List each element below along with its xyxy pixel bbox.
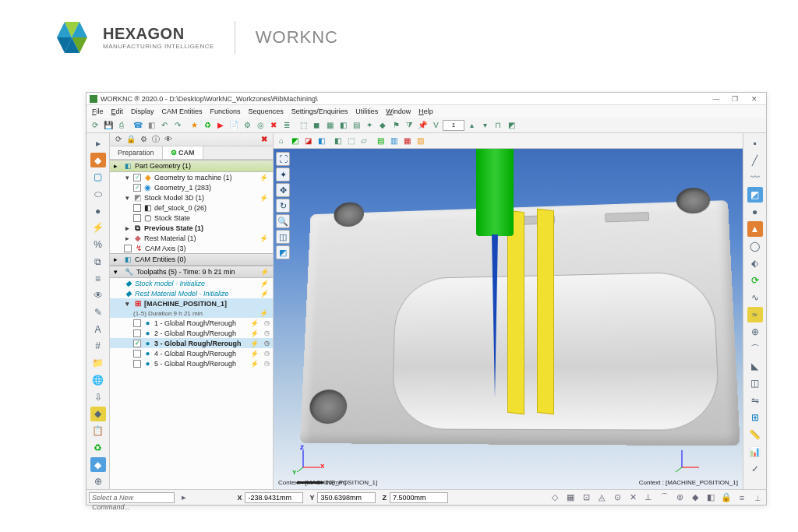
r-torus-icon[interactable]: ◯ xyxy=(747,238,763,254)
blue-cube-icon[interactable]: ◆ xyxy=(90,457,106,473)
spin-down-icon[interactable]: ▾ xyxy=(478,119,491,132)
recycle-icon[interactable]: ♻ xyxy=(201,119,214,132)
bolt-green-icon[interactable]: ⚡ xyxy=(90,220,106,236)
r-line-icon[interactable]: ╱ xyxy=(747,153,763,168)
r-extrude-icon[interactable]: ⬖ xyxy=(747,255,763,271)
menu-settings[interactable]: Settings/Enquiries xyxy=(289,107,351,115)
mesh-icon[interactable]: ⬚ xyxy=(297,119,309,132)
vp-home-icon[interactable]: ⌂ xyxy=(275,135,288,147)
tool-icon[interactable]: ✎ xyxy=(90,305,106,320)
node-toolpath-5[interactable]: ● 5 - Global Rough/Rerough ⚡◷ xyxy=(110,358,273,368)
minimize-button[interactable]: — xyxy=(708,95,725,103)
solid-icon[interactable]: ◼ xyxy=(310,119,323,132)
undo-icon[interactable]: ↶ xyxy=(158,119,171,132)
menu-window[interactable]: Window xyxy=(383,107,413,115)
sb-int-icon[interactable]: ✕ xyxy=(627,491,639,504)
node-def-stock[interactable]: ◧ def_stock_0 (26) xyxy=(110,203,273,213)
list-icon[interactable]: ≣ xyxy=(281,119,293,132)
node-toolpath-4[interactable]: ● 4 - Global Rough/Rerough ⚡◷ xyxy=(110,348,273,358)
tree-refresh-icon[interactable]: ⟳ xyxy=(113,134,124,145)
menu-file[interactable]: File xyxy=(90,107,106,115)
chevron-down-icon[interactable]: ᐯ xyxy=(429,119,442,132)
sb-node-icon[interactable]: ◆ xyxy=(689,491,701,504)
r-curve-icon[interactable]: 〰 xyxy=(747,170,763,185)
tab-preparation[interactable]: Preparation xyxy=(110,146,163,159)
orange-part-icon[interactable]: ◆ xyxy=(90,153,106,168)
node-stock-state[interactable]: ▢ Stock State xyxy=(110,213,273,223)
r-boolean-icon[interactable]: ⊕ xyxy=(747,324,763,340)
r-check-icon[interactable]: ✓ xyxy=(747,461,763,477)
sb-quad-icon[interactable]: ◧ xyxy=(704,491,717,504)
menu-display[interactable]: Display xyxy=(129,107,157,115)
axis-icon[interactable]: ✦ xyxy=(363,119,376,132)
r-box-icon[interactable]: ◩ xyxy=(747,187,763,203)
recycle2-icon[interactable]: ♻ xyxy=(90,440,106,456)
sb-center-icon[interactable]: ⊙ xyxy=(611,491,623,504)
vp-cube1-icon[interactable]: ◩ xyxy=(288,135,301,147)
menu-sequences[interactable]: Sequences xyxy=(246,107,286,115)
redo-icon[interactable]: ↷ xyxy=(171,119,184,132)
vp-front-icon[interactable]: ▤ xyxy=(374,135,387,147)
tree-lock-icon[interactable]: 🔒 xyxy=(125,134,136,145)
hash-icon[interactable]: # xyxy=(90,339,106,354)
doc-icon[interactable]: 📄 xyxy=(228,119,240,132)
grid-icon[interactable]: ▤ xyxy=(350,119,362,132)
r-mirror-icon[interactable]: ⇋ xyxy=(747,393,763,408)
cross-icon[interactable]: ✖ xyxy=(267,119,280,132)
refresh-icon[interactable]: ⟳ xyxy=(89,119,101,132)
r-measure-icon[interactable]: 📏 xyxy=(747,427,763,442)
r-analyze-icon[interactable]: 📊 xyxy=(747,444,763,460)
shade-icon[interactable]: ◧ xyxy=(337,119,349,132)
sb-mid-icon[interactable]: ◬ xyxy=(595,491,608,504)
pin-icon[interactable]: 📌 xyxy=(416,119,429,132)
node-stock-init[interactable]: ◆Stock model - Initialize ⚡ xyxy=(110,278,273,288)
sb-grid-icon[interactable]: ▦ xyxy=(564,491,577,504)
cube-icon[interactable]: ◧ xyxy=(145,119,157,132)
eye-icon[interactable]: 👁 xyxy=(90,287,106,303)
node-toolpath-2[interactable]: ● 2 - Global Rough/Rerough ⚡◷ xyxy=(110,328,273,338)
r-revolve-icon[interactable]: ⟳ xyxy=(747,273,763,288)
clipboard-icon[interactable]: 📋 xyxy=(90,423,106,439)
percent-icon[interactable]: % xyxy=(90,237,106,252)
run-icon[interactable]: ▶ xyxy=(214,119,227,132)
menu-help[interactable]: Help xyxy=(416,107,436,115)
section-toolpaths[interactable]: ▾🔧 Toolpaths (5) - Time: 9 h 21 min ⚡ xyxy=(110,266,273,278)
r-cone-icon[interactable]: ▲ xyxy=(747,221,763,237)
letter-a-icon[interactable]: A xyxy=(90,322,106,337)
yellow-part-icon[interactable]: ◆ xyxy=(90,407,106,422)
node-geometry-1[interactable]: ◉ Geometry_1 (283) xyxy=(110,182,273,192)
node-toolpath-1[interactable]: ● 1 - Global Rough/Rerough ⚡◷ xyxy=(110,318,273,328)
viewport-3d[interactable]: ⌂ ◩ ◪ ◧ ◧ ⬚ ▱ ▤ ▥ ▦ ▧ ⛶ ✦ ✥ ↻ 🔍 ◫ xyxy=(274,133,743,489)
hierarchy-icon[interactable]: ⧉ xyxy=(90,254,106,270)
vp-trans-icon[interactable]: ▱ xyxy=(358,135,370,147)
r-array-icon[interactable]: ⊞ xyxy=(747,410,763,425)
node-cam-axis[interactable]: ↯ CAM Axis (3) xyxy=(110,243,273,253)
section-part-geometry[interactable]: ▸◧ Part Geometry (1) xyxy=(110,160,273,172)
cmd-go-icon[interactable]: ▸ xyxy=(178,491,190,504)
sb-lock-icon[interactable]: 🔒 xyxy=(720,491,733,504)
r-point-icon[interactable]: ▪ xyxy=(747,136,763,151)
csg-icon[interactable]: ⊕ xyxy=(90,474,106,489)
node-stock-model-3d[interactable]: ▾◩ Stock Model 3D (1) ⚡ xyxy=(110,192,273,203)
spin-value[interactable]: 1 xyxy=(443,120,464,131)
color-icon[interactable]: ◆ xyxy=(376,119,389,132)
spin-up-icon[interactable]: ▴ xyxy=(465,119,478,132)
node-rest-init[interactable]: ◆Rest Material Model - Initialize ⚡ xyxy=(110,288,273,298)
cylinder-icon[interactable]: ⬭ xyxy=(90,186,106,202)
fit-icon[interactable]: ⛶ xyxy=(276,152,290,166)
vp-cube3-icon[interactable]: ◧ xyxy=(315,135,327,147)
section-cam-entities[interactable]: ▸◧ CAM Entities (0) xyxy=(110,253,273,266)
sphere-icon[interactable]: ● xyxy=(90,203,106,219)
sb-end-icon[interactable]: ⊡ xyxy=(580,491,592,504)
vp-shade-icon[interactable]: ◧ xyxy=(331,135,344,147)
vp-iso-icon[interactable]: ▧ xyxy=(414,135,426,147)
star-icon[interactable]: ★ xyxy=(188,119,200,132)
pan-icon[interactable]: ✥ xyxy=(276,183,290,197)
r-chamfer-icon[interactable]: ◣ xyxy=(747,358,763,374)
node-rest-material[interactable]: ▸◆ Rest Material (1) ⚡ xyxy=(110,233,273,243)
zoom-icon[interactable]: 🔍 xyxy=(276,214,290,228)
sb-perp-icon[interactable]: ⊥ xyxy=(642,491,655,504)
menu-cam-entities[interactable]: CAM Entities xyxy=(160,107,205,115)
menu-functions[interactable]: Functions xyxy=(208,107,243,115)
phone-icon[interactable]: ☎ xyxy=(132,119,144,132)
